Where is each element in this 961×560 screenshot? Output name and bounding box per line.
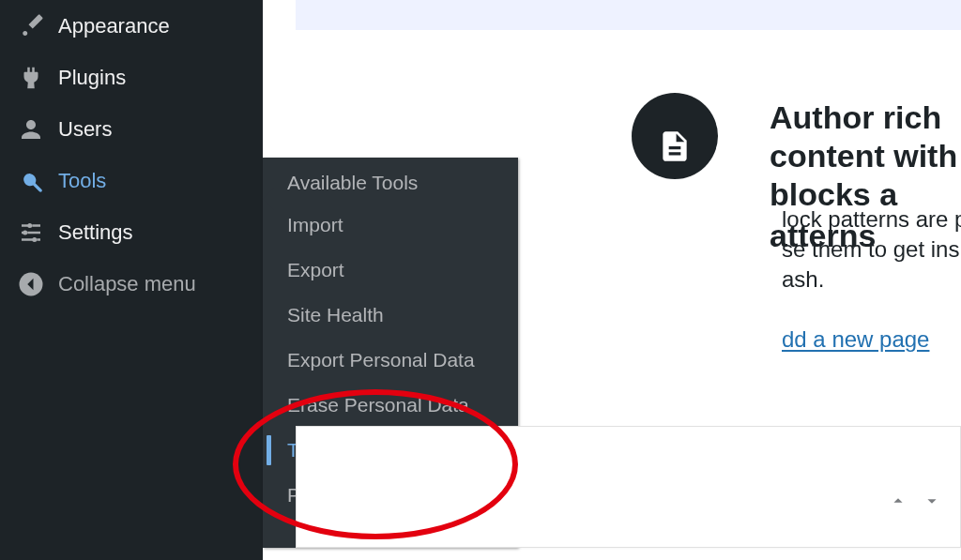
content-area: Author rich content with blocks a attern… — [263, 0, 961, 560]
welcome-band — [296, 0, 961, 30]
sidebar-item-label: Tools — [58, 169, 106, 193]
body-text-line: lock patterns are pre-configured block l… — [782, 206, 961, 233]
sidebar-item-label: Users — [58, 117, 112, 142]
body-text-line: ash. — [782, 266, 824, 293]
body-text-line: se them to get inspired or create new pa… — [782, 236, 961, 263]
document-icon — [657, 123, 693, 179]
panel-controls — [888, 491, 942, 515]
collapse-menu-label: Collapse menu — [58, 272, 196, 296]
plug-icon — [17, 64, 45, 92]
doc-badge — [632, 93, 718, 179]
chevron-down-icon[interactable] — [922, 491, 942, 515]
headline-line-1: Author rich content with blocks a — [770, 99, 957, 212]
sidebar-item-appearance[interactable]: Appearance — [0, 0, 263, 52]
sidebar-item-label: Appearance — [58, 14, 170, 38]
sidebar-item-label: Settings — [58, 220, 133, 245]
collapse-icon — [17, 270, 45, 298]
collapse-menu-button[interactable]: Collapse menu — [0, 258, 263, 310]
sidebar-item-label: Plugins — [58, 66, 126, 90]
admin-sidebar: Appearance Plugins Users Tools Settings … — [0, 0, 263, 560]
chevron-up-icon[interactable] — [888, 491, 908, 515]
link-label: dd a new page — [782, 326, 929, 352]
brush-icon — [17, 12, 45, 40]
wrench-icon — [17, 167, 45, 195]
sidebar-item-users[interactable]: Users — [0, 103, 263, 155]
svg-point-2 — [32, 237, 37, 242]
add-new-page-link[interactable]: dd a new page — [782, 326, 929, 353]
sidebar-item-tools[interactable]: Tools — [0, 155, 263, 206]
sidebar-item-settings[interactable]: Settings — [0, 206, 263, 258]
collapsed-panel[interactable] — [296, 426, 961, 548]
svg-point-0 — [27, 223, 32, 228]
sliders-icon — [17, 219, 45, 247]
sidebar-item-plugins[interactable]: Plugins — [0, 52, 263, 103]
svg-point-1 — [23, 230, 27, 235]
user-icon — [17, 115, 45, 144]
